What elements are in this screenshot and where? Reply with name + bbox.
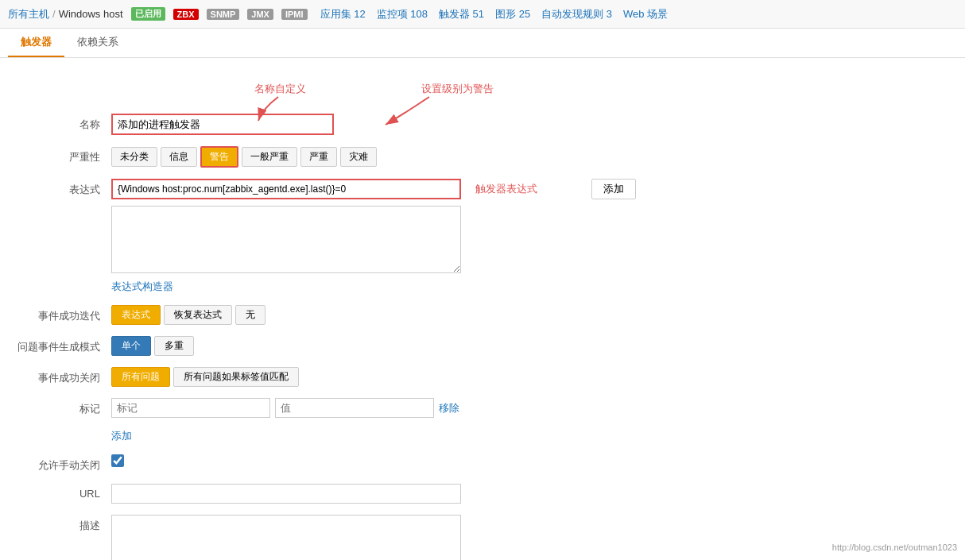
event-success-expression[interactable]: 表达式	[111, 305, 161, 325]
tab-triggers[interactable]: 触发器	[8, 29, 64, 57]
problem-event-multiple[interactable]: 多重	[154, 336, 194, 356]
event-close-label: 事件成功关闭	[16, 367, 111, 385]
severity-row: 严重性 未分类 信息 警告 一般严重 严重 灾难	[16, 146, 949, 168]
severity-label: 严重性	[16, 146, 111, 164]
nav-graphs[interactable]: 图形 25	[495, 7, 530, 21]
tag-input-row: 移除	[111, 398, 459, 418]
expression-control: 触发器表达式 添加 表达式构造器	[111, 179, 949, 294]
event-close-row: 事件成功关闭 所有问题 所有问题如果标签值匹配	[16, 367, 949, 387]
tab-dependencies[interactable]: 依赖关系	[64, 29, 131, 57]
top-navigation: 所有主机 / Windows host 已启用 ZBX SNMP JMX IPM…	[0, 0, 965, 29]
event-success-row: 事件成功迭代 表达式 恢复表达式 无	[16, 305, 949, 325]
url-input[interactable]	[111, 484, 461, 504]
name-control	[111, 114, 949, 135]
problem-event-single[interactable]: 单个	[111, 336, 151, 356]
remove-tag-link[interactable]: 移除	[439, 401, 459, 415]
nav-triggers[interactable]: 触发器 51	[439, 7, 484, 21]
severity-info[interactable]: 信息	[161, 147, 197, 167]
status-enabled: 已启用	[131, 7, 165, 21]
problem-event-control: 单个 多重	[111, 336, 949, 356]
nav-web[interactable]: Web 场景	[623, 7, 668, 21]
add-tag-link[interactable]: 添加	[111, 429, 132, 443]
breadcrumb: 所有主机 / Windows host	[8, 7, 123, 21]
event-success-none[interactable]: 无	[235, 305, 265, 325]
severity-disaster[interactable]: 灾难	[340, 147, 377, 167]
tag-ipmi: IPMI	[281, 9, 308, 20]
expression-row: 表达式 触发器表达式 添加 表达式构造器	[16, 179, 949, 294]
severity-average[interactable]: 一般严重	[242, 147, 297, 167]
nav-applications[interactable]: 应用集 12	[320, 7, 366, 21]
watermark: http://blog.csdn.net/outman1023	[832, 543, 957, 552]
url-control	[111, 484, 949, 504]
expression-builder-link[interactable]: 表达式构造器	[111, 280, 173, 294]
tag-snmp: SNMP	[207, 9, 240, 20]
expression-add-button[interactable]: 添加	[591, 179, 636, 199]
description-textarea[interactable]	[111, 515, 461, 560]
manual-close-control	[111, 454, 949, 467]
event-success-control: 表达式 恢复表达式 无	[111, 305, 949, 325]
tag-value-input[interactable]	[275, 398, 434, 418]
description-row: 描述	[16, 515, 949, 560]
expression-input[interactable]	[111, 179, 461, 199]
description-control	[111, 515, 949, 560]
name-input[interactable]	[111, 114, 334, 135]
url-row: URL	[16, 484, 949, 504]
expression-textarea[interactable]	[111, 206, 461, 273]
tag-name-input[interactable]	[111, 398, 270, 418]
manual-close-label: 允许手动关闭	[16, 454, 111, 473]
problem-event-row: 问题事件生成模式 单个 多重	[16, 336, 949, 356]
url-label: URL	[16, 484, 111, 500]
event-success-label: 事件成功迭代	[16, 305, 111, 323]
name-label: 名称	[16, 114, 111, 132]
event-close-control: 所有问题 所有问题如果标签值匹配	[111, 367, 949, 387]
manual-close-checkbox[interactable]	[111, 454, 124, 467]
tag-jmx: JMX	[247, 9, 273, 20]
tags-control: 移除 添加	[111, 398, 949, 443]
tags-row: 标记 移除 添加	[16, 398, 949, 443]
expression-annotation-label: 触发器表达式	[475, 182, 537, 196]
severity-unclassified[interactable]: 未分类	[111, 147, 157, 167]
nav-links: 应用集 12 监控项 108 触发器 51 图形 25 自动发现规则 3 Web…	[320, 7, 669, 21]
manual-close-row: 允许手动关闭	[16, 454, 949, 473]
tab-bar: 触发器 依赖关系	[0, 29, 965, 58]
breadcrumb-home[interactable]: 所有主机	[8, 7, 49, 21]
breadcrumb-current: Windows host	[59, 8, 123, 20]
severity-high[interactable]: 严重	[300, 147, 337, 167]
nav-items[interactable]: 监控项 108	[377, 7, 428, 21]
event-close-tag-match[interactable]: 所有问题如果标签值匹配	[173, 367, 299, 387]
severity-warning[interactable]: 警告	[200, 146, 238, 168]
tag-zbx: ZBX	[173, 9, 199, 20]
event-close-all[interactable]: 所有问题	[111, 367, 170, 387]
annotation-name-hint: 名称自定义	[254, 82, 306, 96]
event-success-recovery[interactable]: 恢复表达式	[164, 305, 232, 325]
severity-control: 未分类 信息 警告 一般严重 严重 灾难	[111, 146, 949, 168]
main-content: 名称自定义 设置级别为警告 名称	[0, 58, 965, 560]
annotation-severity-hint: 设置级别为警告	[421, 82, 494, 96]
description-label: 描述	[16, 515, 111, 533]
name-row: 名称	[16, 114, 949, 135]
tags-label: 标记	[16, 398, 111, 416]
problem-event-label: 问题事件生成模式	[16, 336, 111, 354]
breadcrumb-separator: /	[52, 8, 56, 20]
nav-discovery[interactable]: 自动发现规则 3	[541, 7, 612, 21]
expression-label: 表达式	[16, 179, 111, 197]
